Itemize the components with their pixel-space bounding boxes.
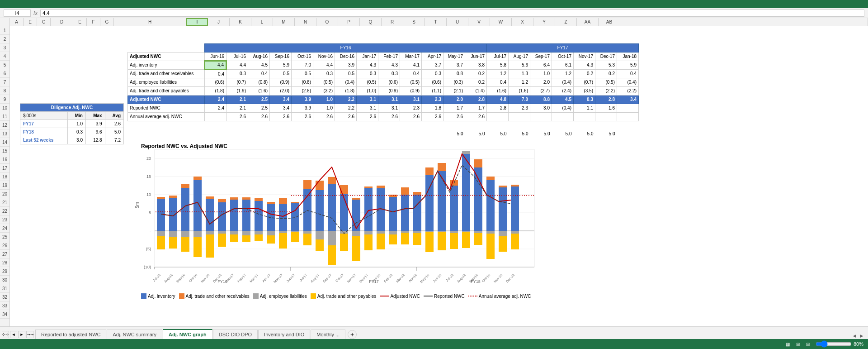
- cell-reference[interactable]: I4: [4, 10, 31, 17]
- col-D[interactable]: D: [51, 18, 73, 26]
- col-K[interactable]: K: [230, 18, 251, 26]
- col-I[interactable]: I: [186, 18, 208, 26]
- svg-text:May-18: May-18: [419, 273, 430, 284]
- legend-box-receivables: [179, 293, 184, 299]
- svg-rect-45: [218, 231, 226, 234]
- col-Y[interactable]: Y: [533, 18, 555, 26]
- row-2: 2: [0, 35, 9, 43]
- svg-rect-141: [511, 231, 519, 234]
- tab-adj-nwc-graph[interactable]: Adj. NWC graph: [163, 329, 212, 339]
- view-layout-icon[interactable]: ⊞: [794, 340, 802, 348]
- col-E2[interactable]: E: [73, 18, 87, 26]
- view-normal-icon[interactable]: ▦: [784, 340, 792, 348]
- col-E[interactable]: E: [24, 18, 37, 26]
- svg-rect-54: [242, 235, 250, 242]
- svg-rect-105: [401, 231, 409, 233]
- tab-inventory-and-dio[interactable]: Inventory and DIO: [258, 330, 310, 339]
- col-H[interactable]: H: [114, 18, 186, 26]
- svg-text:May-17: May-17: [273, 273, 283, 284]
- col-U[interactable]: U: [447, 18, 468, 26]
- row-27: 27: [0, 250, 9, 258]
- tab-nav-last[interactable]: ⊸⊸: [26, 331, 33, 338]
- svg-text:Oct-18: Oct-18: [481, 273, 491, 283]
- col-N[interactable]: N: [295, 18, 316, 26]
- status-bar: ▦ ⊞ ⊟ 80%: [0, 339, 868, 349]
- svg-rect-116: [438, 163, 446, 171]
- summary-fy18-row: FY18 0.3 9.6 5.0: [20, 128, 124, 136]
- svg-rect-78: [316, 239, 324, 251]
- column-headers: A E C D E F G H I J K L M N O P Q R S T …: [0, 18, 868, 26]
- col-R[interactable]: R: [382, 18, 403, 26]
- tab-nav-prev[interactable]: ◄: [10, 331, 17, 338]
- col-L[interactable]: L: [251, 18, 273, 26]
- col-Z[interactable]: Z: [555, 18, 577, 26]
- tab-monthly[interactable]: Monthly ...: [311, 330, 345, 339]
- col-J[interactable]: J: [208, 18, 230, 26]
- legend-line-rep-nwc: [424, 296, 433, 296]
- svg-text:Mar-17: Mar-17: [249, 273, 259, 283]
- svg-rect-63: [279, 204, 287, 231]
- col-T[interactable]: T: [425, 18, 447, 26]
- legend-label-receivables: Adj. trade and other receivables: [186, 294, 250, 299]
- tab-nav-first[interactable]: ⊹⊹: [2, 331, 9, 338]
- col-AB[interactable]: AB: [599, 18, 620, 26]
- bar-jan17: [230, 197, 238, 242]
- row-3: 3: [0, 43, 9, 52]
- bar-oct16: [193, 177, 202, 257]
- svg-rect-137: [499, 231, 507, 236]
- svg-rect-44: [218, 199, 226, 202]
- tab-nav-next[interactable]: ►: [18, 331, 25, 338]
- legend-rep-nwc-line: Reported NWC: [424, 294, 465, 299]
- col-G[interactable]: G: [100, 18, 114, 26]
- col-Q[interactable]: Q: [360, 18, 382, 26]
- col-V[interactable]: V: [468, 18, 490, 26]
- table-row: Adj. trade and other receivables 0.4 0.3…: [128, 69, 639, 78]
- fy16-header: FY16: [205, 43, 487, 52]
- summary-last52-row: Last 52 weeks 3.0 12.8 7.2: [20, 136, 124, 144]
- svg-rect-55: [255, 201, 263, 231]
- row-11: 11: [0, 112, 9, 121]
- svg-rect-131: [486, 180, 495, 231]
- svg-rect-84: [340, 185, 348, 194]
- svg-rect-133: [486, 231, 495, 234]
- svg-rect-114: [425, 232, 434, 252]
- col-AA[interactable]: AA: [577, 18, 599, 26]
- svg-rect-35: [193, 180, 202, 231]
- svg-rect-52: [242, 197, 250, 200]
- col-P[interactable]: P: [338, 18, 360, 26]
- formula-input[interactable]: 4.4: [40, 10, 864, 17]
- tab-adj-nwc-summary[interactable]: Adj. NWC summary: [107, 330, 162, 339]
- svg-text:Dec-17: Dec-17: [359, 273, 369, 283]
- tab-dso-dio-dpo[interactable]: DSO DIO DPO: [213, 330, 258, 339]
- zoom-slider[interactable]: [816, 340, 852, 348]
- bar-sep17: [328, 177, 336, 265]
- svg-text:Nov-17: Nov-17: [346, 273, 357, 283]
- bar-nov17: [352, 198, 360, 261]
- view-break-icon[interactable]: ⊟: [804, 340, 812, 348]
- col-S[interactable]: S: [403, 18, 425, 26]
- period-jun16: Jun-16: [205, 52, 226, 61]
- bar-jun17: [291, 202, 299, 242]
- svg-text:Apr-18: Apr-18: [408, 273, 418, 283]
- bar-jan18: [377, 186, 385, 249]
- col-C[interactable]: C: [37, 18, 51, 26]
- add-sheet-button[interactable]: +: [348, 330, 357, 339]
- tab-reported-to-adjusted[interactable]: Reported to adjusted NWC: [35, 330, 106, 339]
- tab-navigation: ⊹⊹ ◄ ► ⊸⊸: [2, 331, 33, 339]
- col-F[interactable]: F: [87, 18, 100, 26]
- row-25: 25: [0, 233, 9, 241]
- col-W[interactable]: W: [490, 18, 512, 26]
- row-33: 33: [0, 301, 9, 310]
- col-X[interactable]: X: [512, 18, 533, 26]
- svg-rect-73: [303, 231, 311, 234]
- row-1: 1: [0, 26, 9, 35]
- svg-rect-59: [267, 204, 275, 231]
- col-O[interactable]: O: [316, 18, 338, 26]
- col-M[interactable]: M: [273, 18, 295, 26]
- svg-text:Aug-18: Aug-18: [456, 273, 467, 283]
- svg-text:Nov-18: Nov-18: [493, 273, 503, 283]
- col-A[interactable]: A: [10, 18, 24, 26]
- svg-rect-53: [242, 231, 250, 235]
- svg-rect-79: [328, 184, 336, 231]
- svg-rect-94: [364, 234, 373, 250]
